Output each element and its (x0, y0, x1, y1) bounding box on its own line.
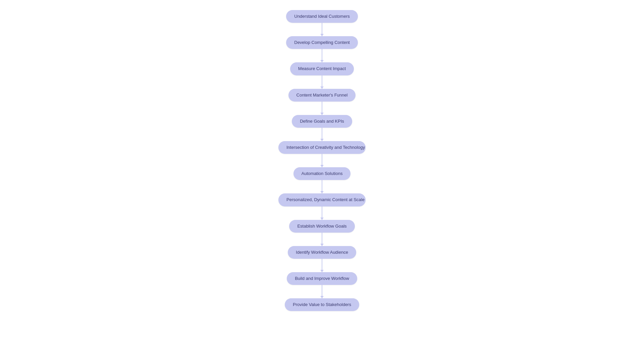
node-12: Provide Value to Stakeholders (285, 298, 359, 311)
connector-2 (322, 49, 322, 62)
node-10: Identify Workflow Audience (288, 246, 356, 259)
node-11: Build and Improve Workflow (287, 272, 357, 285)
node-1: Understand Ideal Customers (286, 10, 358, 23)
connector-11 (322, 285, 322, 298)
connector-6 (322, 154, 322, 167)
node-9: Establish Workflow Goals (289, 220, 355, 233)
flowchart: Understand Ideal CustomersDevelop Compel… (278, 3, 366, 324)
connector-7 (322, 180, 322, 193)
connector-9 (322, 233, 322, 246)
node-7: Automation Solutions (293, 167, 351, 180)
connector-4 (322, 102, 322, 115)
connector-8 (322, 206, 322, 220)
node-5: Define Goals and KPIs (292, 115, 352, 128)
node-4: Content Marketer's Funnel (288, 89, 356, 102)
connector-5 (322, 128, 322, 141)
connector-3 (322, 75, 322, 89)
node-2: Develop Compelling Content (286, 36, 358, 49)
connector-10 (322, 259, 322, 272)
node-3: Measure Content Impact (290, 62, 354, 75)
node-8: Personalized, Dynamic Content at Scale (278, 193, 366, 206)
connector-1 (322, 23, 322, 36)
node-6: Intersection of Creativity and Technolog… (278, 141, 366, 154)
